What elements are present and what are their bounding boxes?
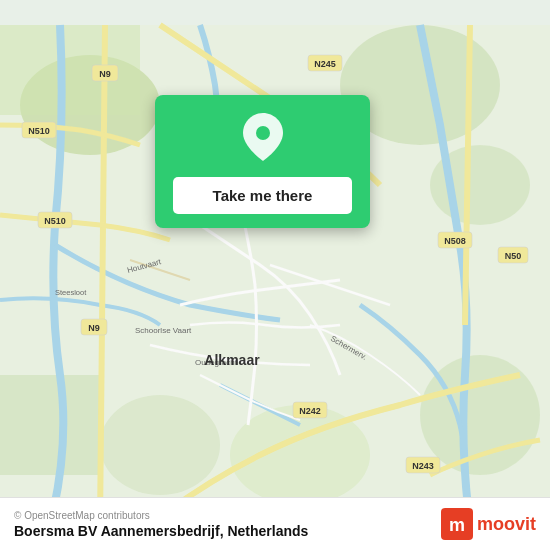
bottom-left: © OpenStreetMap contributors Boersma BV … xyxy=(14,510,308,539)
location-icon-wrapper xyxy=(243,113,283,165)
svg-text:Alkmaar: Alkmaar xyxy=(204,352,260,368)
map-background: N9 N9 N245 N245 N242 N243 N508 N510 N510… xyxy=(0,0,550,550)
svg-text:N510: N510 xyxy=(44,216,66,226)
svg-point-6 xyxy=(100,395,220,495)
svg-text:N510: N510 xyxy=(28,126,50,136)
svg-text:N9: N9 xyxy=(88,323,100,333)
take-me-there-button[interactable]: Take me there xyxy=(173,177,352,214)
svg-text:N50: N50 xyxy=(505,251,522,261)
location-name: Boersma BV Aannemersbedrijf, Netherlands xyxy=(14,523,308,539)
svg-text:N242: N242 xyxy=(299,406,321,416)
location-pin-icon xyxy=(243,113,283,161)
svg-text:m: m xyxy=(449,515,465,535)
svg-text:Schoorlse Vaart: Schoorlse Vaart xyxy=(135,326,192,335)
svg-point-35 xyxy=(256,126,270,140)
svg-text:Steesloot: Steesloot xyxy=(55,288,87,297)
bottom-bar: © OpenStreetMap contributors Boersma BV … xyxy=(0,497,550,550)
moovit-logo: m moovit xyxy=(441,508,536,540)
attribution-text: © OpenStreetMap contributors xyxy=(14,510,308,521)
svg-rect-5 xyxy=(0,375,100,475)
svg-text:N9: N9 xyxy=(99,69,111,79)
tooltip-card: Take me there xyxy=(155,95,370,228)
svg-text:N508: N508 xyxy=(444,236,466,246)
svg-rect-2 xyxy=(0,25,140,115)
svg-text:N243: N243 xyxy=(412,461,434,471)
svg-text:N245: N245 xyxy=(314,59,336,69)
moovit-m-icon: m xyxy=(441,508,473,540)
moovit-text: moovit xyxy=(477,514,536,535)
map-container: N9 N9 N245 N245 N242 N243 N508 N510 N510… xyxy=(0,0,550,550)
